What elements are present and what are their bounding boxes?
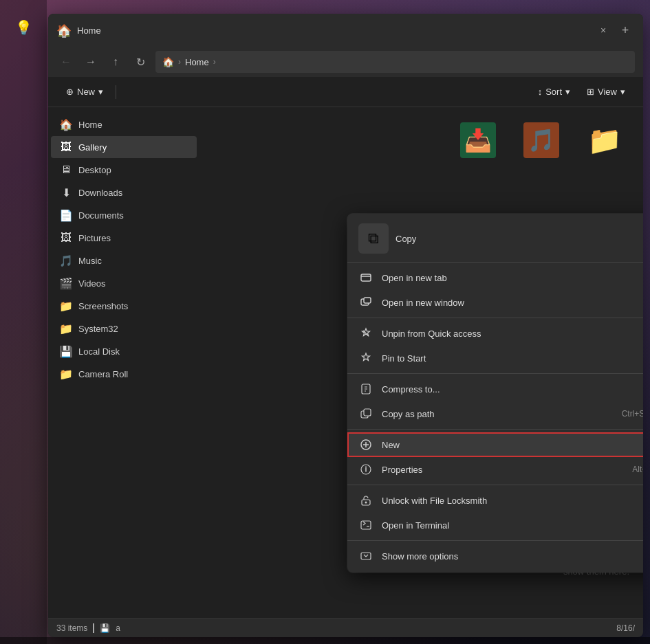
sidebar-videos-label: Videos [78, 278, 106, 289]
context-menu-compress[interactable]: Compress to... › [347, 377, 643, 401]
home-icon: 🏠 [162, 56, 174, 67]
cameraroll-sidebar-icon: 📁 [59, 368, 73, 381]
tab-close-button[interactable]: × [594, 21, 613, 40]
compress-label: Compress to... [382, 384, 643, 395]
context-divider-3 [347, 429, 643, 430]
sidebar-item-localdisk[interactable]: 💾 Local Disk [51, 340, 197, 362]
context-menu-new[interactable]: New › 📁 Folder [347, 432, 643, 457]
downloads-sidebar-icon: ⬇ [59, 186, 73, 199]
copy-icon-box: ⧉ [358, 223, 389, 254]
open-new-window-icon [358, 295, 373, 310]
context-menu-properties[interactable]: Properties Alt+Enter [347, 457, 643, 482]
system32-sidebar-icon: 📁 [59, 322, 73, 335]
sidebar-cameraroll-label: Camera Roll [78, 369, 128, 379]
pictures-sidebar-icon: 🖼 [59, 232, 73, 244]
localdisk-sidebar-icon: 💾 [59, 345, 73, 358]
main-area: 🏠 Home 🖼 Gallery 🖥 Desktop ⬇ Downloads 📄… [48, 107, 643, 618]
sidebar-item-screenshots[interactable]: 📁 Screenshots [51, 295, 197, 317]
copy-path-shortcut: Ctrl+Shift+C [622, 409, 643, 419]
sidebar-item-home[interactable]: 🏠 Home [51, 113, 197, 135]
unpin-label: Unpin from Quick access [382, 329, 643, 339]
address-bar[interactable]: 🏠 › Home › [155, 51, 635, 73]
sidebar-gallery-label: Gallery [78, 142, 107, 153]
context-menu-unpin[interactable]: Unpin from Quick access [347, 321, 643, 346]
context-menu: ⧉ Copy Open in new tab [347, 214, 643, 573]
generic-folder-icon: 📁 [587, 122, 622, 158]
svg-point-10 [365, 502, 367, 504]
pin-to-start-label: Pin to Start [382, 353, 643, 364]
view-button[interactable]: ⊞ View ▾ [580, 81, 632, 103]
compress-icon [358, 381, 373, 397]
copy-icon: ⧉ [368, 230, 379, 247]
copy-path-label: Copy as path [382, 409, 614, 419]
pin-to-start-icon [358, 351, 373, 366]
sidebar-documents-label: Documents [78, 210, 124, 221]
gallery-sidebar-icon: 🖼 [59, 141, 73, 153]
context-menu-open-new-window[interactable]: Open in new window [347, 290, 643, 315]
sidebar-item-system32[interactable]: 📁 System32 [51, 318, 197, 340]
open-new-window-label: Open in new window [382, 298, 643, 308]
svg-rect-11 [361, 521, 371, 529]
address-home-label: Home [185, 57, 209, 67]
context-menu-show-more[interactable]: Show more options [347, 544, 643, 568]
back-icon: ← [61, 56, 72, 68]
sidebar-screenshots-label: Screenshots [78, 301, 128, 311]
context-menu-copy-section[interactable]: ⧉ Copy [347, 218, 643, 263]
sidebar-item-music[interactable]: 🎵 Music [51, 249, 197, 271]
context-menu-copy-path[interactable]: Copy as path Ctrl+Shift+C [347, 401, 643, 426]
new-button[interactable]: ⊕ New ▾ [59, 81, 110, 103]
back-button[interactable]: ← [56, 52, 76, 71]
show-more-icon [358, 548, 373, 564]
context-menu-pin-to-start[interactable]: Pin to Start [347, 346, 643, 370]
properties-shortcut: Alt+Enter [632, 465, 643, 474]
properties-icon [358, 462, 373, 477]
svg-rect-0 [361, 274, 371, 281]
sidebar-item-downloads[interactable]: ⬇ Downloads [51, 181, 197, 203]
taskbar-area [0, 637, 650, 644]
sidebar-item-gallery[interactable]: 🖼 Gallery [51, 136, 197, 158]
content-area: 📥 🎵 📁 show them here. [199, 107, 643, 618]
sidebar-item-documents[interactable]: 📄 Documents [51, 204, 197, 226]
navigation-bar: ← → ↑ ↻ 🏠 › Home › [48, 47, 643, 77]
context-divider-2 [347, 373, 643, 374]
copy-label: Copy [396, 234, 416, 244]
new-menu-icon [358, 437, 373, 452]
open-new-tab-label: Open in new tab [382, 273, 643, 283]
terminal-icon [358, 518, 373, 533]
sidebar-item-videos[interactable]: 🎬 Videos [51, 272, 197, 294]
sidebar-item-desktop[interactable]: 🖥 Desktop [51, 159, 197, 181]
sidebar-localdisk-label: Local Disk [78, 346, 120, 357]
music-sidebar-icon: 🎵 [59, 254, 73, 267]
sort-button[interactable]: ↕ Sort ▾ [531, 81, 577, 103]
address-sep-2: › [213, 57, 216, 67]
toolbar: ⊕ New ▾ ↕ Sort ▾ ⊞ View ▾ [48, 77, 643, 107]
downloads-folder-item[interactable]: 📥 [451, 118, 506, 180]
up-button[interactable]: ↑ [106, 52, 125, 71]
context-menu-unlock[interactable]: Unlock with File Locksmith [347, 488, 643, 513]
context-menu-open-new-tab[interactable]: Open in new tab [347, 265, 643, 290]
sidebar-downloads-label: Downloads [78, 188, 122, 198]
lamp-icon: 💡 [10, 14, 37, 41]
left-edge-panel: 💡 [0, 0, 47, 644]
music-folder-item[interactable]: 🎵 [514, 118, 569, 180]
tab-new-button[interactable]: + [616, 21, 635, 40]
sidebar-item-pictures[interactable]: 🖼 Pictures [51, 227, 197, 249]
refresh-button[interactable]: ↻ [131, 52, 150, 71]
show-more-label: Show more options [382, 551, 643, 562]
terminal-label: Open in Terminal [382, 520, 643, 531]
open-new-tab-icon [358, 270, 373, 285]
svg-rect-2 [364, 298, 371, 303]
copy-path-icon [358, 406, 373, 421]
sidebar-system32-label: System32 [78, 324, 118, 334]
context-menu-terminal[interactable]: Open in Terminal [347, 513, 643, 537]
sidebar-home-label: Home [78, 120, 102, 130]
svg-rect-6 [364, 409, 371, 416]
unlock-icon [358, 493, 373, 508]
generic-folder-item[interactable]: 📁 [577, 118, 632, 180]
forward-button[interactable]: → [81, 52, 100, 71]
sidebar-item-cameraroll[interactable]: 📁 Camera Roll [51, 363, 197, 385]
sort-dropdown-icon: ▾ [565, 87, 570, 97]
svg-rect-12 [361, 553, 371, 559]
drive-icon: 💾 [100, 623, 110, 633]
new-dropdown-icon: ▾ [98, 87, 103, 97]
